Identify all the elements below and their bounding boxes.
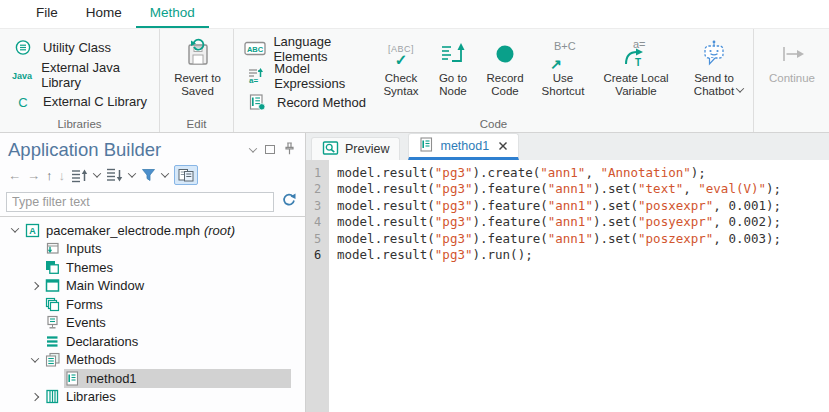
line-number: 5 [306, 231, 329, 247]
tab-method1-label: method1 [440, 139, 489, 153]
tree-item-label: Declarations [66, 334, 138, 349]
menu-tab-method[interactable]: Method [136, 0, 209, 28]
use-shortcut-button[interactable]: B+C↗ Use Shortcut [533, 34, 593, 98]
c-library-icon: C [10, 94, 36, 110]
tree-item-pacemaker-electrode-mph[interactable]: Apacemaker_electrode.mph(root) [0, 221, 305, 240]
check-syntax-label: Check Syntax [379, 72, 423, 98]
back-button[interactable]: ← [8, 169, 21, 182]
utility-class-button[interactable]: Utility Class [6, 34, 155, 61]
tab-method1[interactable]: method1 [408, 133, 519, 160]
panel-header: Application Builder [0, 133, 305, 162]
expander-icon[interactable] [26, 357, 44, 363]
revert-to-saved-label: Revert to Saved [173, 72, 223, 98]
continue-button[interactable]: Continue [760, 34, 824, 85]
check-syntax-button[interactable]: [ABC]✓ Check Syntax [373, 34, 429, 98]
application-builder-panel: Application Builder ← → ↑ ↓ Apacemaker_e… [0, 133, 306, 412]
inputs-icon [44, 241, 61, 256]
svg-text:Java: Java [12, 71, 33, 81]
preview-icon [322, 140, 339, 159]
line-number: 1 [306, 165, 329, 181]
collapse-list-icon[interactable] [106, 168, 123, 183]
pin-icon[interactable] [284, 141, 295, 159]
filter-icon[interactable] [141, 168, 156, 182]
line-number: 6 [306, 247, 329, 263]
ribbon-group-continue: Continue [754, 29, 828, 132]
move-down-button[interactable]: ↓ [59, 169, 66, 182]
editor-tools-toggle[interactable] [174, 165, 198, 185]
java-icon: Java [10, 68, 34, 82]
tree-item-themes[interactable]: Themes [0, 258, 305, 277]
external-java-library-button[interactable]: Java External Java Library [6, 61, 155, 88]
expander-icon[interactable] [26, 283, 44, 289]
expand-list-chevron-icon[interactable] [93, 169, 101, 177]
forward-button[interactable]: → [27, 169, 40, 182]
libraries-icon [44, 389, 61, 404]
tree-item-label: Methods [66, 352, 116, 367]
editor-tabstrip: Preview method1 [306, 133, 829, 160]
root-icon: A [24, 223, 41, 238]
svg-text:a=: a= [249, 76, 258, 84]
expander-icon[interactable] [26, 394, 44, 400]
method-icon [64, 371, 81, 386]
tree-item-events[interactable]: Events [0, 314, 305, 333]
panel-menu-chevron-icon[interactable] [249, 144, 257, 152]
record-code-icon [493, 36, 517, 72]
main-area: Application Builder ← → ↑ ↓ Apacemaker_e… [0, 133, 829, 412]
filter-input[interactable] [6, 192, 274, 212]
close-tab-icon[interactable] [498, 141, 508, 151]
external-java-library-label: External Java Library [41, 60, 155, 90]
filter-chevron-icon[interactable] [161, 169, 169, 177]
filter-row [0, 188, 305, 216]
chatbot-icon [701, 36, 727, 72]
menubar: File Home Method [0, 0, 829, 28]
tab-preview[interactable]: Preview [311, 137, 400, 160]
code-line: model.result("pg3").create("ann1", "Anno… [337, 165, 829, 181]
record-code-button[interactable]: Record Code [477, 34, 533, 98]
menu-tab-home[interactable]: Home [72, 0, 136, 28]
tree-item-forms[interactable]: Forms [0, 295, 305, 314]
tree-item-method1[interactable]: method1 [0, 369, 305, 388]
expander-icon[interactable] [6, 227, 24, 233]
continue-label: Continue [769, 72, 815, 85]
create-local-variable-icon: a=T [619, 36, 653, 72]
create-local-variable-button[interactable]: a=T Create Local Variable [593, 34, 679, 98]
tree-item-inputs[interactable]: Inputs [0, 240, 305, 259]
group-label-libraries: Libraries [0, 118, 159, 130]
collapse-list-chevron-icon[interactable] [128, 169, 136, 177]
language-elements-label: Language Elements [273, 34, 373, 64]
record-method-label: Record Method [277, 95, 366, 110]
tree-item-libraries[interactable]: Libraries [0, 388, 305, 407]
go-to-node-button[interactable]: Go to Node [429, 34, 477, 98]
model-tree: Apacemaker_electrode.mph(root)InputsThem… [0, 216, 305, 412]
ribbon-group-libraries: Utility Class Java External Java Library… [0, 29, 160, 132]
tree-item-label: pacemaker_electrode.mph [46, 223, 200, 238]
expand-list-icon[interactable] [71, 168, 88, 183]
revert-to-saved-button[interactable]: Revert to Saved [166, 34, 229, 98]
refresh-icon[interactable] [281, 192, 297, 212]
tree-item-declarations[interactable]: Declarations [0, 332, 305, 351]
tree-item-methods[interactable]: Methods [0, 351, 305, 370]
record-method-button[interactable]: Record Method [240, 89, 373, 116]
line-number: 3 [306, 198, 329, 214]
code-editor[interactable]: model.result("pg3").create("ann1", "Anno… [329, 160, 829, 412]
code-line: model.result("pg3").feature("ann1").set(… [337, 181, 829, 197]
code-big-buttons: [ABC]✓ Check Syntax Go to Node Record Co… [373, 34, 749, 116]
code-small-items: ABC Language Elements a= Model Expressio… [240, 34, 373, 116]
tree-item-label: Libraries [66, 389, 116, 404]
methods-icon [44, 352, 61, 367]
line-number: 2 [306, 181, 329, 197]
ribbon-group-code: ABC Language Elements a= Model Expressio… [234, 29, 754, 132]
move-up-button[interactable]: ↑ [46, 169, 53, 182]
menu-tab-file[interactable]: File [22, 0, 72, 28]
model-expressions-button[interactable]: a= Model Expressions [240, 62, 373, 89]
utility-class-label: Utility Class [43, 40, 111, 55]
line-number-gutter: 123456 [306, 160, 329, 412]
send-to-chatbot-button[interactable]: Send to Chatbot [679, 34, 749, 93]
external-c-library-button[interactable]: C External C Library [6, 88, 155, 115]
language-elements-button[interactable]: ABC Language Elements [240, 35, 373, 62]
svg-text:a=: a= [633, 38, 646, 50]
float-window-icon[interactable] [265, 145, 275, 154]
tab-preview-label: Preview [345, 142, 389, 156]
tree-item-main-window[interactable]: Main Window [0, 277, 305, 296]
group-label-edit: Edit [160, 118, 233, 130]
